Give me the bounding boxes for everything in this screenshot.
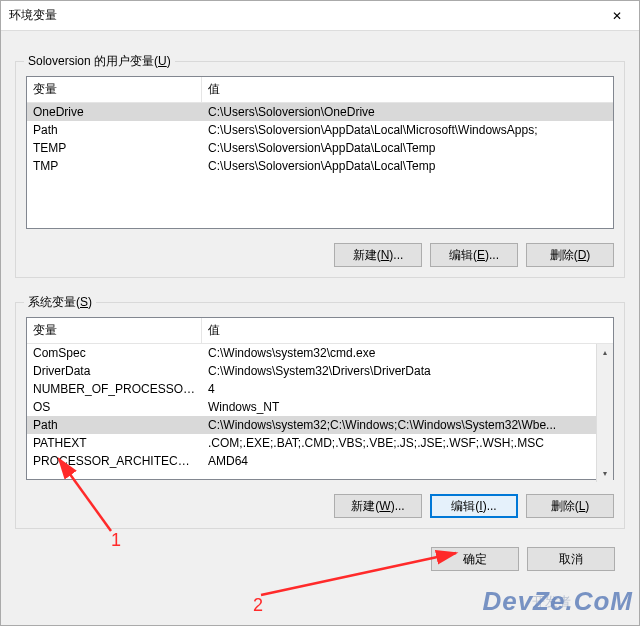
cell-value: C:\Windows\system32;C:\Windows;C:\Window… — [202, 416, 596, 434]
cell-name: Path — [27, 121, 202, 139]
dialog-footer: 确定 取消 — [15, 547, 625, 571]
cell-value: C:\Users\Soloversion\AppData\Local\Temp — [202, 139, 613, 157]
list-row[interactable]: DriverData C:\Windows\System32\Drivers\D… — [27, 362, 596, 380]
env-vars-dialog: 环境变量 ✕ Soloversion 的用户变量(U) 变量 值 OneDriv… — [0, 0, 640, 626]
close-button[interactable]: ✕ — [594, 1, 639, 31]
cancel-button[interactable]: 取消 — [527, 547, 615, 571]
list-row[interactable]: TEMP C:\Users\Soloversion\AppData\Local\… — [27, 139, 613, 157]
list-row[interactable]: OS Windows_NT — [27, 398, 596, 416]
scroll-up-icon[interactable]: ▴ — [597, 344, 613, 361]
window-title: 环境变量 — [9, 7, 594, 24]
scroll-down-icon[interactable]: ▾ — [597, 465, 613, 482]
cell-name: OneDrive — [27, 103, 202, 121]
sys-vars-buttons: 新建(W)... 编辑(I)... 删除(L) — [26, 494, 614, 518]
sys-delete-button[interactable]: 删除(L) — [526, 494, 614, 518]
sys-vars-list[interactable]: 变量 值 ComSpec C:\Windows\system32\cmd.exe… — [26, 317, 614, 480]
scrollbar-vertical[interactable]: ▴ ▾ — [596, 344, 613, 482]
list-header: 变量 值 — [27, 77, 613, 103]
cell-name: OS — [27, 398, 202, 416]
cell-name: NUMBER_OF_PROCESSORS — [27, 380, 202, 398]
user-edit-button[interactable]: 编辑(E)... — [430, 243, 518, 267]
user-vars-buttons: 新建(N)... 编辑(E)... 删除(D) — [26, 243, 614, 267]
col-header-value[interactable]: 值 — [202, 77, 613, 102]
cell-value: AMD64 — [202, 452, 596, 470]
cell-value: Windows_NT — [202, 398, 596, 416]
col-header-name[interactable]: 变量 — [27, 318, 202, 343]
list-row[interactable]: PATHEXT .COM;.EXE;.BAT;.CMD;.VBS;.VBE;.J… — [27, 434, 596, 452]
col-header-name[interactable]: 变量 — [27, 77, 202, 102]
titlebar: 环境变量 ✕ — [1, 1, 639, 31]
user-new-button[interactable]: 新建(N)... — [334, 243, 422, 267]
list-body: ComSpec C:\Windows\system32\cmd.exe Driv… — [27, 344, 613, 482]
list-row[interactable]: PROCESSOR_ARCHITECTURE AMD64 — [27, 452, 596, 470]
col-header-value[interactable]: 值 — [202, 318, 613, 343]
watermark-sub: 开发者 — [532, 593, 571, 611]
annotation-2: 2 — [253, 595, 263, 615]
user-delete-button[interactable]: 删除(D) — [526, 243, 614, 267]
sys-vars-label: 系统变量(S) — [24, 294, 96, 311]
cell-value: C:\Windows\system32\cmd.exe — [202, 344, 596, 362]
list-header: 变量 值 — [27, 318, 613, 344]
list-body: OneDrive C:\Users\Soloversion\OneDrive P… — [27, 103, 613, 175]
cell-value: C:\Users\Soloversion\AppData\Local\Micro… — [202, 121, 613, 139]
user-vars-label: Soloversion 的用户变量(U) — [24, 53, 175, 70]
cell-value: C:\Users\Soloversion\OneDrive — [202, 103, 613, 121]
sys-edit-button[interactable]: 编辑(I)... — [430, 494, 518, 518]
list-row[interactable]: OneDrive C:\Users\Soloversion\OneDrive — [27, 103, 613, 121]
close-icon: ✕ — [612, 9, 622, 23]
list-row-path[interactable]: Path C:\Windows\system32;C:\Windows;C:\W… — [27, 416, 596, 434]
sys-new-button[interactable]: 新建(W)... — [334, 494, 422, 518]
list-row[interactable]: ComSpec C:\Windows\system32\cmd.exe — [27, 344, 596, 362]
list-row[interactable]: Path C:\Users\Soloversion\AppData\Local\… — [27, 121, 613, 139]
cell-name: Path — [27, 416, 202, 434]
cell-name: TMP — [27, 157, 202, 175]
cell-value: .COM;.EXE;.BAT;.CMD;.VBS;.VBE;.JS;.JSE;.… — [202, 434, 596, 452]
list-row[interactable]: TMP C:\Users\Soloversion\AppData\Local\T… — [27, 157, 613, 175]
cell-name: DriverData — [27, 362, 202, 380]
sys-vars-group: 系统变量(S) 变量 值 ComSpec C:\Windows\system32… — [15, 302, 625, 529]
user-vars-list[interactable]: 变量 值 OneDrive C:\Users\Soloversion\OneDr… — [26, 76, 614, 229]
cell-name: TEMP — [27, 139, 202, 157]
list-row[interactable]: NUMBER_OF_PROCESSORS 4 — [27, 380, 596, 398]
cell-name: PATHEXT — [27, 434, 202, 452]
scroll-track[interactable] — [597, 361, 613, 465]
cell-name: ComSpec — [27, 344, 202, 362]
cell-value: C:\Windows\System32\Drivers\DriverData — [202, 362, 596, 380]
cell-value: 4 — [202, 380, 596, 398]
ok-button[interactable]: 确定 — [431, 547, 519, 571]
user-vars-group: Soloversion 的用户变量(U) 变量 值 OneDrive C:\Us… — [15, 61, 625, 278]
watermark: DevZe.CoM — [482, 586, 633, 617]
cell-name: PROCESSOR_ARCHITECTURE — [27, 452, 202, 470]
dialog-body: Soloversion 的用户变量(U) 变量 值 OneDrive C:\Us… — [1, 31, 639, 585]
cell-value: C:\Users\Soloversion\AppData\Local\Temp — [202, 157, 613, 175]
